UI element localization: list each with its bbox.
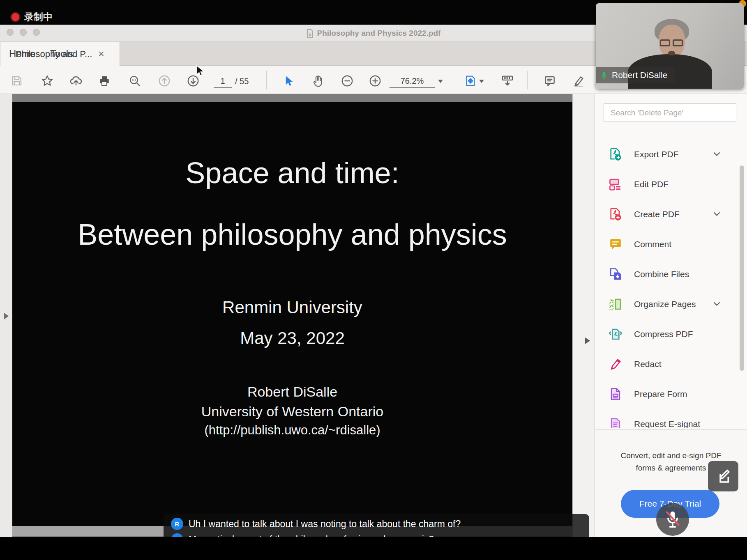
tool-request-esignature[interactable]: Request E-signat xyxy=(595,409,747,428)
chevron-down-icon[interactable] xyxy=(713,152,720,156)
pdf-file-icon xyxy=(307,29,314,38)
select-tool-icon[interactable] xyxy=(281,74,295,88)
webcam-video: Robert DiSalle xyxy=(596,3,744,89)
export-pdf-icon xyxy=(608,147,623,162)
slide-title-line2: Between philosophy and physics xyxy=(12,218,572,251)
create-pdf-icon xyxy=(608,207,623,222)
chevron-down-icon[interactable] xyxy=(713,302,720,306)
tools-search-input[interactable] xyxy=(604,103,736,122)
slide-url: (http://publish.uwo.ca/~rdisalle) xyxy=(12,423,572,438)
request-esignature-icon xyxy=(608,416,623,429)
tool-comment[interactable]: Comment xyxy=(595,229,747,259)
tool-create-pdf[interactable]: Create PDF xyxy=(595,199,747,229)
document-viewport: Space and time: Between philosophy and p… xyxy=(12,94,572,537)
pdf-page: Space and time: Between philosophy and p… xyxy=(12,102,572,526)
slide-affiliation: University of Western Ontario xyxy=(12,404,572,420)
tools-panel-scrollbar[interactable] xyxy=(740,165,744,371)
recording-dot-icon xyxy=(12,13,19,21)
previous-page-icon[interactable] xyxy=(157,74,171,88)
cloud-upload-icon[interactable] xyxy=(69,74,83,88)
caption-line: R Uh I wanted to talk about I was noting… xyxy=(171,518,461,530)
slide-author: Robert DiSalle xyxy=(12,384,572,400)
tool-prepare-form[interactable]: Prepare Form xyxy=(595,379,747,409)
zoom-dropdown-caret-icon[interactable] xyxy=(438,80,443,83)
hand-tool-icon[interactable] xyxy=(311,74,325,88)
redact-icon xyxy=(608,356,623,372)
print-icon[interactable] xyxy=(97,74,111,88)
toolbar-separator xyxy=(266,71,267,90)
tools-list: Export PDF Edit PDF Create PDF xyxy=(595,139,747,428)
fit-page-caret-icon[interactable] xyxy=(479,80,484,83)
compress-pdf-icon xyxy=(608,326,623,342)
zoom-in-icon[interactable] xyxy=(368,74,382,88)
recording-label: 录制中 xyxy=(24,11,53,23)
tab-home[interactable]: Home xyxy=(9,42,35,66)
slide-date: May 23, 2022 xyxy=(12,328,572,348)
organize-pages-icon xyxy=(608,296,623,312)
combine-files-icon xyxy=(608,266,623,282)
tools-pane-toggle-icon[interactable] xyxy=(585,337,590,344)
comment-tool-icon[interactable] xyxy=(543,74,557,88)
tool-compress-pdf[interactable]: Compress PDF xyxy=(595,319,747,349)
speaker-glasses xyxy=(660,39,684,47)
desktop-strip xyxy=(0,537,747,560)
comment-icon xyxy=(608,236,623,252)
promo-text-line1: Convert, edit and e-sign PDF xyxy=(595,451,747,460)
speaker-mouth xyxy=(668,51,675,55)
zoom-out-icon[interactable] xyxy=(340,74,354,88)
tab-close-icon[interactable]: ✕ xyxy=(98,50,104,58)
zoom-level-input[interactable]: 76.2% xyxy=(390,75,435,88)
tab-tools[interactable]: Tools xyxy=(50,42,73,66)
prepare-form-icon xyxy=(608,386,623,402)
tool-organize-pages[interactable]: Organize Pages xyxy=(595,289,747,319)
page-total-label: / 55 xyxy=(235,75,264,88)
participant-name: Robert DiSalle xyxy=(612,70,667,80)
chevron-down-icon[interactable] xyxy=(713,212,720,216)
highlighter-tool-icon[interactable] xyxy=(572,74,586,88)
tool-combine-files[interactable]: Combine Files xyxy=(595,259,747,289)
fit-page-icon[interactable] xyxy=(463,74,477,88)
annotate-button[interactable] xyxy=(708,461,738,491)
hide-toolbar-icon[interactable] xyxy=(500,74,514,88)
tool-redact[interactable]: Redact xyxy=(595,349,747,379)
save-icon[interactable] xyxy=(10,74,24,88)
edit-pdf-icon xyxy=(608,177,623,192)
speaker-avatar: R xyxy=(171,518,183,530)
participant-name-tag: Robert DiSalle xyxy=(596,67,675,83)
slide-venue: Renmin University xyxy=(12,298,572,317)
recording-indicator: 录制中 xyxy=(12,11,53,23)
star-icon[interactable] xyxy=(40,74,54,88)
microphone-muted-button[interactable] xyxy=(656,503,689,536)
toolbar-separator xyxy=(527,71,528,90)
mouse-cursor xyxy=(196,65,206,77)
window-title: Philosophy and Physics 2022.pdf xyxy=(317,29,441,38)
page-number-input[interactable]: 1 xyxy=(214,75,232,88)
mic-on-icon xyxy=(600,70,608,80)
slide-title-line1: Space and time: xyxy=(12,156,572,190)
vertical-scrollbar[interactable] xyxy=(572,94,595,537)
search-icon[interactable] xyxy=(128,74,142,88)
acrobat-window: Philosophy and Physics 2022.pdf Home Too… xyxy=(0,25,747,537)
tool-edit-pdf[interactable]: Edit PDF xyxy=(595,169,747,199)
nav-pane-expand-icon[interactable] xyxy=(4,313,9,319)
tool-export-pdf[interactable]: Export PDF xyxy=(595,139,747,169)
